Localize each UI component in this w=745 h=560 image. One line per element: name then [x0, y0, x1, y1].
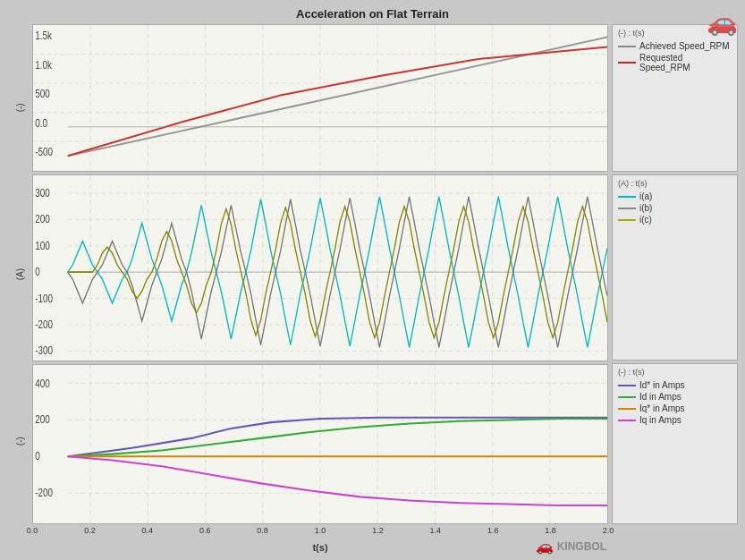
legend-color-iqstar [618, 408, 636, 410]
legend-panel-2: (A) : t(s) i(a) i(b) i(c) [612, 174, 738, 361]
legend-item-achieved-speed: Achieved Speed_RPM [618, 41, 732, 51]
legend-label-ib: i(b) [639, 203, 652, 213]
main-container: 🚗 Acceleration on Flat Terrain (-) (A) (… [0, 0, 745, 560]
svg-text:0.0: 0.0 [35, 117, 47, 129]
svg-text:-300: -300 [35, 344, 53, 356]
legend-header-2: (A) : t(s) [618, 179, 732, 188]
x-tick-04: 0.4 [142, 526, 154, 535]
legend-color-ic [618, 219, 636, 221]
legend-item-id: Id in Amps [618, 392, 732, 402]
legend-header-3: (-) : t(s) [618, 368, 732, 377]
legend-label-ia: i(a) [639, 191, 652, 201]
legend-item-iqstar: Iq* in Amps [618, 403, 732, 413]
legend-item-ib: i(b) [618, 203, 732, 213]
legend-column: (-) : t(s) Achieved Speed_RPM Requested … [608, 24, 738, 524]
x-tick-18: 1.8 [545, 526, 556, 535]
car-watermark-icon: 🚗 [536, 538, 554, 555]
chart-dq-svg: 400 200 0 -200 [33, 365, 607, 523]
chart-speed: 1.5k 1.0k 500 0.0 -500 [32, 24, 608, 172]
watermark: 🚗 KINGBOL [536, 538, 606, 555]
legend-label-id: Id in Amps [639, 392, 682, 402]
legend-label-idstar: Id* in Amps [639, 380, 685, 390]
chart-title: Acceleration on Flat Terrain [7, 7, 738, 21]
legend-item-idstar: Id* in Amps [618, 380, 732, 390]
chart-speed-svg: 1.5k 1.0k 500 0.0 -500 [33, 25, 607, 171]
legend-label-requested: Requested Speed_RPM [639, 53, 732, 72]
legend-item-requested-speed: Requested Speed_RPM [618, 53, 732, 72]
legend-color-iq [618, 420, 636, 421]
x-tick-labels: 0.0 0.2 0.4 0.6 0.8 1.0 1.2 1.4 1.6 1.8 … [32, 526, 608, 540]
y-label-chart2: (A) [7, 191, 32, 357]
svg-text:200: 200 [35, 413, 50, 425]
legend-color-idstar [618, 385, 636, 386]
x-axis-label: t(s) [32, 542, 608, 553]
legend-label-iqstar: Iq* in Amps [639, 403, 685, 413]
legend-x-title-spacer [608, 541, 738, 553]
svg-text:500: 500 [35, 88, 50, 99]
x-axis-row: 0.0 0.2 0.4 0.6 0.8 1.0 1.2 1.4 1.6 1.8 … [7, 526, 738, 540]
svg-text:100: 100 [35, 240, 50, 251]
svg-text:-500: -500 [35, 146, 53, 157]
chart-currents-svg: 300 200 100 0 -100 -200 -300 [33, 175, 607, 361]
legend-color-ib [618, 208, 636, 209]
x-tick-08: 0.8 [257, 526, 268, 535]
legend-item-ic: i(c) [618, 215, 732, 225]
x-tick-16: 1.6 [487, 526, 499, 535]
svg-text:-200: -200 [35, 487, 53, 498]
spacer-x-title [7, 541, 32, 553]
chart-dq: 400 200 0 -200 [32, 364, 608, 524]
x-tick-02: 0.2 [84, 526, 96, 535]
legend-label-iq: Iq in Amps [639, 415, 682, 425]
x-tick-20: 2.0 [603, 526, 614, 535]
y-label-chart3: (-) [7, 358, 32, 524]
svg-text:-100: -100 [35, 292, 53, 303]
car-icon: 🚗 [707, 7, 738, 37]
legend-item-ia: i(a) [618, 191, 732, 201]
charts-area: (-) (A) (-) [7, 24, 738, 524]
watermark-text: KINGBOL [557, 540, 606, 553]
y-label-chart1: (-) [7, 24, 32, 191]
svg-text:0: 0 [35, 266, 40, 277]
svg-text:1.0k: 1.0k [35, 59, 52, 71]
legend-panel-3: (-) : t(s) Id* in Amps Id in Amps Iq* in… [612, 363, 738, 524]
x-tick-10: 1.0 [315, 526, 326, 535]
legend-label-achieved: Achieved Speed_RPM [639, 41, 730, 51]
svg-text:200: 200 [35, 213, 50, 225]
svg-text:300: 300 [35, 187, 50, 199]
legend-color-achieved [618, 46, 636, 47]
y-labels-column: (-) (A) (-) [7, 24, 32, 524]
x-tick-06: 0.6 [199, 526, 211, 535]
svg-text:0: 0 [35, 450, 40, 462]
legend-item-iq: Iq in Amps [618, 415, 732, 425]
x-tick-12: 1.2 [372, 526, 384, 535]
svg-text:400: 400 [35, 377, 50, 388]
x-tick-14: 1.4 [430, 526, 442, 535]
x-tick-0: 0.0 [27, 526, 38, 535]
svg-text:1.5k: 1.5k [35, 30, 52, 41]
svg-text:-200: -200 [35, 318, 53, 330]
legend-color-ia [618, 196, 636, 198]
legend-bottom-spacer [608, 526, 738, 540]
chart-currents: 300 200 100 0 -100 -200 -300 [32, 174, 608, 361]
legend-color-requested [618, 62, 636, 64]
legend-label-ic: i(c) [639, 215, 652, 225]
charts-column: 1.5k 1.0k 500 0.0 -500 [32, 24, 608, 524]
legend-color-id [618, 396, 636, 398]
legend-panel-1: (-) : t(s) Achieved Speed_RPM Requested … [612, 24, 738, 172]
x-axis-title-row: t(s) [7, 541, 738, 553]
